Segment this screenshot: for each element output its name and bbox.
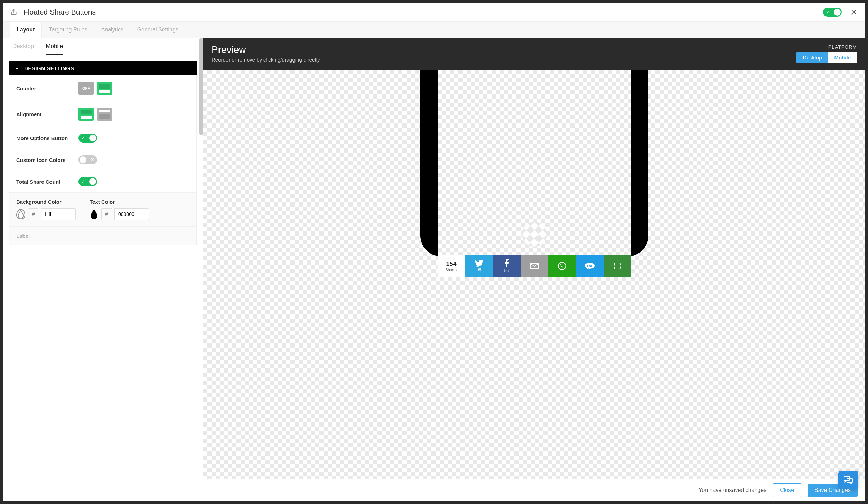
alignment-options bbox=[78, 108, 112, 121]
hash-label: # bbox=[28, 208, 38, 220]
design-settings-body: Counter OFF Alignment bbox=[9, 75, 197, 245]
bg-color-col: Background Color # bbox=[16, 199, 76, 220]
whatsapp-share-button[interactable] bbox=[548, 255, 576, 277]
more-share-button[interactable] bbox=[604, 255, 631, 277]
design-settings-header[interactable]: DESIGN SETTINGS bbox=[9, 61, 197, 75]
phone-home-button bbox=[522, 222, 547, 247]
settings-scroll[interactable]: DESIGN SETTINGS Counter OFF bbox=[3, 55, 203, 501]
custom-colors-row: Custom Icon Colors ✕ bbox=[9, 149, 196, 171]
bg-color-input-row: # bbox=[16, 208, 76, 220]
text-color-col: Text Color # bbox=[90, 199, 149, 220]
preview-title: Preview bbox=[212, 44, 321, 55]
counter-row: Counter OFF bbox=[9, 75, 196, 101]
svg-point-1 bbox=[558, 262, 566, 270]
settings-modal: Floated Share Buttons ✓ Layout Targeting… bbox=[3, 3, 865, 501]
platform-desktop-button[interactable]: Desktop bbox=[796, 52, 828, 63]
custom-colors-toggle[interactable]: ✕ bbox=[78, 155, 97, 164]
modal-header: Floated Share Buttons ✓ bbox=[3, 3, 865, 22]
twitter-icon bbox=[475, 260, 483, 267]
alignment-top-option[interactable] bbox=[97, 108, 112, 121]
close-button[interactable]: Close bbox=[773, 483, 801, 497]
droplet-icon[interactable] bbox=[16, 209, 25, 219]
platform-switcher: PLATFORM Desktop Mobile bbox=[796, 44, 857, 63]
platform-label: PLATFORM bbox=[796, 44, 857, 50]
total-share-row: Total Share Count ✓ bbox=[9, 171, 196, 193]
check-icon: ✓ bbox=[81, 135, 85, 140]
label-row: Label bbox=[9, 227, 196, 245]
share-out-icon bbox=[10, 9, 17, 16]
droplet-icon[interactable] bbox=[90, 209, 99, 219]
check-icon: ✓ bbox=[826, 10, 830, 15]
alignment-bottom-option[interactable] bbox=[78, 108, 94, 121]
phone-frame: 154 Shares 98 56 bbox=[420, 70, 648, 256]
counter-options: OFF bbox=[78, 82, 112, 95]
facebook-icon bbox=[505, 259, 509, 267]
preview-header: Preview Reorder or remove by clicking/dr… bbox=[203, 38, 865, 70]
total-share-label: Total Share Count bbox=[16, 179, 78, 185]
chat-fab[interactable] bbox=[838, 471, 858, 489]
main-tabs: Layout Targeting Rules Analytics General… bbox=[3, 22, 865, 38]
more-options-row: More Options Button ✓ bbox=[9, 127, 196, 149]
chevron-down-icon bbox=[15, 66, 19, 71]
toggle-knob bbox=[834, 9, 841, 16]
counter-bottom-option[interactable] bbox=[97, 82, 112, 95]
facebook-share-button[interactable]: 56 bbox=[493, 255, 521, 277]
subtab-mobile[interactable]: Mobile bbox=[46, 43, 63, 55]
modal-title: Floated Share Buttons bbox=[24, 8, 823, 16]
tab-layout[interactable]: Layout bbox=[10, 22, 42, 38]
preview-panel: Preview Reorder or remove by clicking/dr… bbox=[203, 38, 865, 501]
alignment-label: Alignment bbox=[16, 111, 78, 117]
bg-color-label: Background Color bbox=[16, 199, 76, 205]
total-share-number: 154 bbox=[446, 260, 456, 268]
email-share-button[interactable] bbox=[521, 255, 548, 277]
enable-toggle[interactable]: ✓ bbox=[823, 8, 842, 17]
bg-color-input[interactable] bbox=[41, 208, 76, 220]
total-share-label: Shares bbox=[445, 268, 457, 272]
twitter-count: 98 bbox=[477, 267, 481, 272]
custom-colors-label: Custom Icon Colors bbox=[16, 157, 78, 163]
check-icon: ✓ bbox=[81, 179, 85, 184]
more-options-toggle[interactable]: ✓ bbox=[78, 134, 97, 143]
scrollbar-thumb[interactable] bbox=[199, 38, 203, 135]
section-title: DESIGN SETTINGS bbox=[24, 65, 74, 71]
platform-mobile-button[interactable]: Mobile bbox=[828, 52, 857, 63]
platform-buttons: Desktop Mobile bbox=[796, 52, 857, 63]
text-color-input[interactable] bbox=[114, 208, 149, 220]
total-share-box: 154 Shares bbox=[438, 255, 465, 277]
more-icon bbox=[613, 263, 622, 269]
tab-targeting[interactable]: Targeting Rules bbox=[42, 22, 94, 38]
alignment-row: Alignment bbox=[9, 101, 196, 127]
svg-text:sms: sms bbox=[587, 264, 592, 267]
sms-share-button[interactable]: sms bbox=[576, 255, 604, 277]
modal-footer: You have unsaved changes Close Save Chan… bbox=[203, 479, 865, 501]
settings-panel: Desktop Mobile DESIGN SETTINGS Counter O… bbox=[3, 38, 203, 501]
chat-icon bbox=[843, 476, 853, 484]
color-settings: Background Color # Text Color # bbox=[9, 193, 196, 227]
preview-subtitle: Reorder or remove by clicking/dragging d… bbox=[212, 57, 321, 63]
more-options-label: More Options Button bbox=[16, 135, 78, 141]
mail-icon bbox=[530, 263, 539, 269]
text-color-label: Text Color bbox=[90, 199, 149, 205]
counter-off-option[interactable]: OFF bbox=[78, 82, 94, 95]
close-icon[interactable] bbox=[850, 8, 858, 16]
whatsapp-icon bbox=[558, 262, 567, 271]
twitter-share-button[interactable]: 98 bbox=[465, 255, 493, 277]
text-color-input-row: # bbox=[90, 208, 149, 220]
preview-canvas: 154 Shares 98 56 bbox=[203, 70, 865, 479]
hash-label: # bbox=[101, 208, 112, 220]
device-subtabs: Desktop Mobile bbox=[3, 38, 203, 55]
facebook-count: 56 bbox=[504, 268, 509, 273]
total-share-toggle[interactable]: ✓ bbox=[78, 177, 97, 186]
sms-icon: sms bbox=[585, 262, 595, 270]
tab-analytics[interactable]: Analytics bbox=[94, 22, 130, 38]
unsaved-changes-text: You have unsaved changes bbox=[699, 487, 766, 493]
tab-general[interactable]: General Settings bbox=[130, 22, 185, 38]
subtab-desktop[interactable]: Desktop bbox=[12, 43, 34, 55]
preview-header-text: Preview Reorder or remove by clicking/dr… bbox=[212, 44, 321, 63]
share-bar: 154 Shares 98 56 bbox=[438, 255, 631, 277]
x-icon: ✕ bbox=[91, 157, 94, 162]
body-split: Desktop Mobile DESIGN SETTINGS Counter O… bbox=[3, 38, 865, 501]
counter-label: Counter bbox=[16, 85, 78, 91]
